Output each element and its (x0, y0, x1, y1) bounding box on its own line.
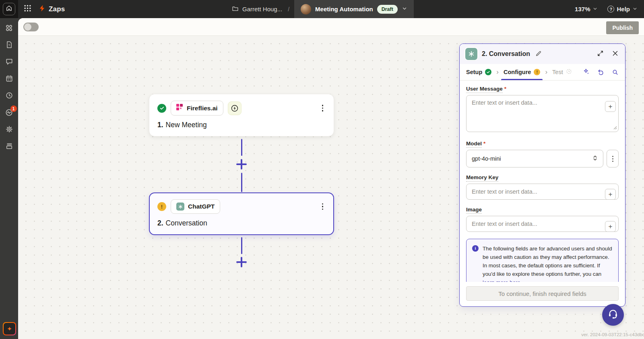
configure-warning-icon: ! (534, 69, 540, 75)
home-button[interactable] (3, 3, 15, 15)
ai-copilot-button[interactable]: ✦ (3, 322, 16, 335)
product-label: Zaps (49, 5, 65, 13)
chevron-down-icon (592, 6, 598, 12)
advanced-fields-notice: i The following fields are for advanced … (466, 239, 619, 282)
folder-name: Garrett Houg... (242, 6, 282, 12)
test-pending-icon (566, 68, 572, 76)
headset-icon (607, 308, 619, 321)
undo-icon[interactable] (597, 68, 605, 76)
step-success-icon (157, 104, 166, 113)
close-icon (612, 50, 619, 58)
ai-assist-button[interactable] (582, 67, 590, 77)
sidebar-item-templates[interactable] (5, 40, 14, 49)
sidebar-item-zap-runs[interactable]: 1 (5, 108, 14, 117)
model-options-menu[interactable] (607, 150, 619, 167)
field-label: Image (466, 207, 482, 214)
step-number: 2. (157, 219, 163, 227)
breadcrumb-separator: / (288, 6, 294, 12)
connector-line (241, 139, 243, 156)
chevron-right-icon: › (492, 68, 503, 76)
continue-button[interactable]: To continue, finish required fields (466, 286, 619, 301)
step-name: New Meeting (166, 121, 207, 129)
notification-badge: 1 (10, 105, 17, 112)
grid-icon (24, 4, 31, 14)
panel-step-title: 2. Conversation (482, 50, 530, 58)
breadcrumb-folder[interactable]: Garrett Houg... (232, 5, 288, 13)
home-cell (0, 0, 18, 18)
add-step-icon[interactable] (236, 257, 247, 267)
sidebar-item-schedule[interactable] (5, 74, 14, 83)
folder-icon (232, 5, 239, 13)
image-input[interactable] (466, 216, 619, 232)
app-grid-button[interactable] (22, 4, 33, 14)
step-config-panel: 2. Conversation (459, 43, 625, 307)
user-message-field: User Message* + (466, 86, 619, 134)
select-chevrons-icon (592, 155, 598, 162)
sidebar-item-settings[interactable] (5, 125, 14, 134)
zaps-brand[interactable]: Zaps (38, 4, 65, 14)
expand-icon (597, 50, 604, 58)
app-name: ChatGPT (188, 203, 215, 210)
panel-header: 2. Conversation (460, 44, 625, 64)
chevron-right-icon: › (541, 68, 551, 76)
app-pill-fireflies[interactable]: Fireflies.ai (171, 101, 223, 116)
step-menu-button[interactable] (320, 103, 326, 113)
fireflies-logo-icon (176, 104, 183, 112)
step-title: 1.New Meeting (157, 121, 326, 129)
chatgpt-logo-icon (176, 203, 184, 211)
app-name: Fireflies.ai (187, 105, 218, 112)
help-icon: ? (607, 6, 614, 12)
sidebar-item-apps[interactable] (5, 23, 14, 32)
memory-key-input[interactable] (466, 184, 619, 200)
user-message-input[interactable] (466, 95, 619, 132)
info-icon: i (472, 245, 479, 252)
field-label: Memory Key (466, 174, 498, 182)
step-node-1[interactable]: Fireflies.ai 1.New Meeting (149, 94, 334, 136)
editor-main: Publish Fireflies.ai 1. (18, 18, 644, 339)
close-panel-button[interactable] (611, 49, 619, 59)
insert-data-button[interactable]: + (605, 189, 616, 200)
home-icon (6, 5, 12, 13)
sidebar-item-history[interactable] (5, 91, 14, 100)
tab-setup[interactable]: Setup (465, 64, 492, 80)
status-badge: Draft (377, 5, 398, 14)
notice-text: The following fields are for advanced us… (483, 244, 613, 282)
zap-on-off-toggle[interactable] (23, 23, 39, 31)
search-icon[interactable] (611, 68, 619, 76)
step-name: Conversation (166, 219, 207, 227)
publish-button[interactable]: Publish (606, 21, 639, 34)
zap-name: Meeting Automation (315, 6, 373, 12)
left-sidebar: 1 ✦ (0, 18, 18, 339)
setup-complete-icon (485, 69, 491, 75)
tab-test[interactable]: Test (551, 64, 573, 80)
support-chat-button[interactable] (602, 304, 624, 326)
sidebar-item-interfaces[interactable] (5, 142, 14, 151)
help-menu[interactable]: ? Help (607, 6, 638, 12)
add-step-icon[interactable] (236, 159, 247, 170)
model-field: Model* gpt-4o-mini (466, 141, 619, 167)
insert-data-button[interactable]: + (605, 101, 616, 112)
connector-line (241, 173, 243, 192)
image-field: Image + (466, 207, 619, 232)
zap-title-menu[interactable]: Meeting Automation Draft (294, 0, 414, 18)
zapier-bolt-icon (38, 4, 46, 14)
chatgpt-app-icon (465, 48, 477, 60)
toggle-knob (24, 23, 31, 31)
rename-step-button[interactable] (535, 50, 543, 59)
step-menu-button[interactable] (320, 202, 326, 212)
sidebar-item-messages[interactable] (5, 57, 14, 66)
configure-form: User Message* + Model* gpt-4o-mini (460, 81, 625, 282)
top-bar: Zaps Garrett Houg... / Meeting Automatio… (0, 0, 644, 18)
model-select[interactable]: gpt-4o-mini (466, 150, 603, 167)
sparkle-icon: ✦ (7, 325, 12, 333)
model-selected-value: gpt-4o-mini (472, 155, 501, 162)
expand-panel-button[interactable] (596, 49, 605, 59)
zoom-level-dropdown[interactable]: 137% (575, 6, 598, 12)
step-node-2[interactable]: ! ChatGPT 2.Conversation (149, 192, 334, 235)
chevron-down-icon (402, 6, 407, 13)
workflow-canvas[interactable]: Fireflies.ai 1.New Meeting ! (18, 36, 644, 339)
app-pill-chatgpt[interactable]: ChatGPT (171, 199, 220, 214)
tab-configure[interactable]: Configure ! (503, 64, 541, 80)
help-label: Help (617, 6, 630, 12)
insert-data-button[interactable]: + (605, 221, 616, 232)
